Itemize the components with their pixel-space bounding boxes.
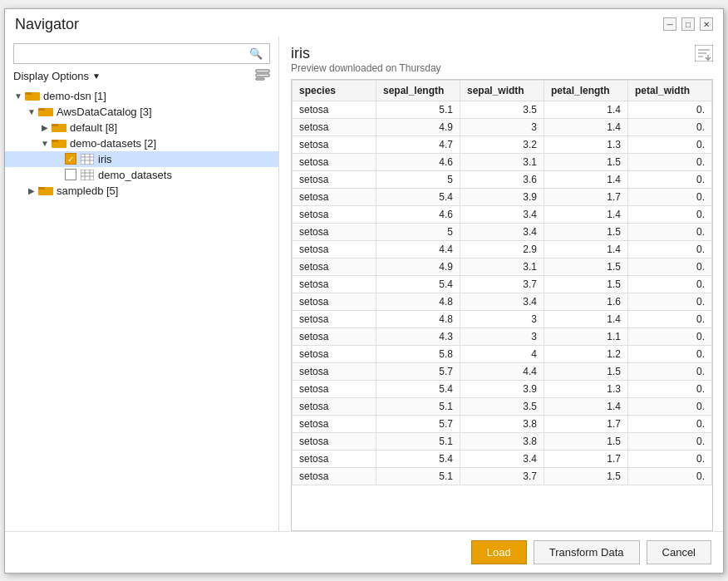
table-row: setosa5.13.51.40.: [293, 397, 712, 415]
display-options-button[interactable]: Display Options ▼: [13, 70, 101, 82]
transform-data-button[interactable]: Transform Data: [534, 540, 640, 564]
table-cell: 0.: [628, 345, 712, 362]
table-scroll-wrapper[interactable]: species sepal_length sepal_width petal_l…: [292, 80, 712, 530]
load-button[interactable]: Load: [471, 540, 527, 564]
table-cell: 0.: [628, 170, 712, 188]
table-row: setosa5.43.41.70.: [293, 450, 712, 467]
maximize-button[interactable]: □: [681, 17, 695, 31]
preview-subtitle: Preview downloaded on Thursday: [291, 62, 441, 74]
svg-rect-8: [52, 124, 58, 126]
svg-rect-16: [81, 170, 94, 180]
table-cell: 3: [460, 310, 544, 327]
table-cell: setosa: [293, 467, 376, 485]
tree-item-default[interactable]: ▶ default [8]: [5, 120, 278, 135]
table-cell: 1.6: [544, 293, 628, 310]
display-options-row: Display Options ▼: [5, 69, 278, 88]
table-cell: 1.4: [544, 397, 628, 415]
table-cell: 5.7: [376, 415, 460, 432]
table-cell: 5.4: [376, 450, 460, 467]
table-cell: 0.: [628, 101, 712, 118]
tree-item-demo-dsn[interactable]: ▼ demo-dsn [1]: [5, 88, 278, 104]
table-cell: 0.: [628, 397, 712, 415]
table-row: setosa5.43.91.70.: [293, 188, 712, 205]
table-cell: 5.4: [376, 275, 460, 293]
data-table: species sepal_length sepal_width petal_l…: [292, 80, 712, 485]
table-cell: 1.4: [544, 205, 628, 223]
display-options-label: Display Options: [13, 70, 89, 82]
minimize-button[interactable]: ─: [663, 17, 676, 31]
search-input[interactable]: [14, 44, 243, 63]
svg-rect-4: [25, 92, 32, 95]
checkbox-iris[interactable]: ✓: [65, 153, 76, 165]
table-cell: 0.: [628, 275, 712, 293]
table-cell: 4.8: [376, 310, 460, 327]
table-cell: 3.9: [460, 188, 544, 205]
table-cell: 5.1: [376, 432, 460, 450]
table-cell: 3.4: [460, 293, 544, 310]
table-cell: 4.3: [376, 327, 460, 345]
toggle-icon-default: ▶: [38, 123, 52, 132]
table-cell: 0.: [628, 380, 712, 397]
footer: Load Transform Data Cancel: [5, 531, 723, 573]
tree-item-aws-catalog[interactable]: ▼ AwsDataCatalog [3]: [5, 104, 278, 120]
table-cell: 5.1: [376, 101, 460, 118]
table-cell: 3.1: [460, 153, 544, 170]
tree-label-default: default [8]: [70, 121, 117, 134]
table-cell: setosa: [293, 345, 376, 362]
table-cell: 3.8: [460, 432, 544, 450]
close-button[interactable]: ✕: [700, 17, 713, 31]
table-cell: 3.5: [460, 397, 544, 415]
table-row: setosa4.83.41.60.: [293, 293, 712, 310]
tree-item-iris[interactable]: ✓ iris: [5, 151, 278, 167]
tree-label-demo-datasets-table: demo_datasets: [98, 169, 172, 181]
table-cell: setosa: [293, 135, 376, 153]
table-cell: setosa: [293, 327, 376, 345]
table-cell: setosa: [293, 170, 376, 188]
tree-item-demo-datasets-table[interactable]: demo_datasets: [5, 167, 278, 183]
table-cell: 1.5: [544, 275, 628, 293]
table-cell: 0.: [628, 240, 712, 258]
tree-label-sampledb: sampledb [5]: [57, 185, 118, 197]
table-cell: 4.4: [376, 240, 460, 258]
table-cell: 3.7: [460, 275, 544, 293]
toggle-icon-demo-datasets: ▼: [38, 139, 52, 148]
table-row: setosa5.841.20.: [293, 345, 712, 362]
col-header-petal-length: petal_length: [544, 80, 628, 101]
cancel-button[interactable]: Cancel: [647, 540, 711, 564]
table-row: setosa4.63.11.50.: [293, 153, 712, 170]
edit-icon-button[interactable]: [255, 69, 270, 83]
svg-rect-1: [256, 74, 269, 76]
table-cell: 0.: [628, 310, 712, 327]
table-cell: 3.4: [460, 205, 544, 223]
tree-item-demo-datasets[interactable]: ▼ demo-datasets [2]: [5, 135, 278, 151]
table-cell: setosa: [293, 240, 376, 258]
tree-label-iris: iris: [98, 153, 112, 165]
table-cell: 0.: [628, 450, 712, 467]
table-cell: setosa: [293, 415, 376, 432]
table-cell: setosa: [293, 223, 376, 240]
window-controls: ─ □ ✕: [663, 17, 713, 31]
toggle-icon-aws-catalog: ▼: [25, 107, 38, 116]
checkbox-demo-datasets-table[interactable]: [65, 169, 76, 180]
data-table-container: species sepal_length sepal_width petal_l…: [291, 79, 713, 531]
table-cell: setosa: [293, 380, 376, 397]
table-cell: setosa: [293, 310, 376, 327]
table-cell: 5: [376, 170, 460, 188]
col-header-sepal-width: sepal_width: [460, 80, 544, 101]
edit-icon: [255, 69, 270, 81]
folder-icon-demo-datasets: [52, 137, 66, 149]
table-cell: 0.: [628, 362, 712, 380]
preview-title: iris: [291, 45, 441, 62]
table-cell: 4.9: [376, 118, 460, 135]
tree-item-sampledb[interactable]: ▶ sampledb [5]: [5, 183, 278, 199]
table-cell: 3.2: [460, 135, 544, 153]
table-cell: 4: [460, 345, 544, 362]
table-cell: setosa: [293, 293, 376, 310]
search-button[interactable]: 🔍: [243, 44, 269, 63]
table-header-row: species sepal_length sepal_width petal_l…: [293, 80, 712, 101]
col-header-petal-width: petal_width: [628, 80, 712, 101]
table-cell: 0.: [628, 223, 712, 240]
window-title: Navigator: [15, 16, 79, 33]
table-cell: 3.4: [460, 223, 544, 240]
table-cell: setosa: [293, 118, 376, 135]
